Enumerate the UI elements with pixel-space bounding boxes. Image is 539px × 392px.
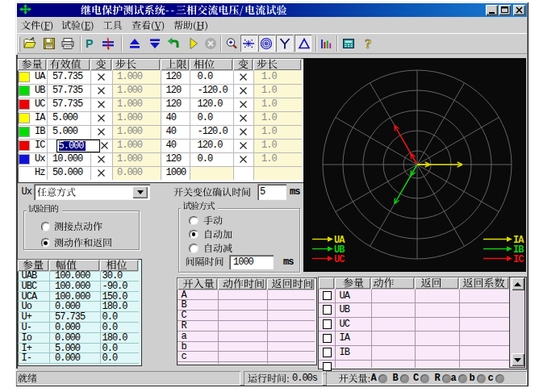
svg-text:UC: UC [334, 254, 345, 265]
svg-text:IC: IC [513, 254, 524, 265]
svg-text:?: ? [365, 37, 372, 50]
svg-text:P: P [86, 37, 93, 50]
